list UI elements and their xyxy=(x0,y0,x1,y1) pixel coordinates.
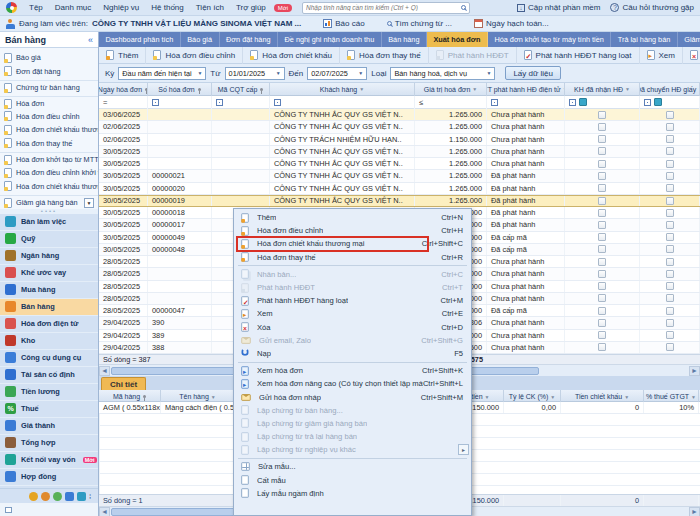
converted-paper-checkbox[interactable] xyxy=(666,270,674,278)
tab[interactable]: Xuất hóa đơn xyxy=(427,32,488,47)
tab[interactable]: Đơn đặt hàng xyxy=(220,32,279,47)
table-row[interactable]: 03/06/2025 CÔNG TY TNHH ẮC QUY GS VIỆT N… xyxy=(99,109,700,121)
sidebar-module[interactable]: Quỹ xyxy=(0,231,98,248)
column-header[interactable]: Khách hàng▼ xyxy=(270,83,415,96)
table-row[interactable]: 02/06/2025 CÔNG TY TRÁCH NHIỆM HỮU HẠN..… xyxy=(99,134,700,146)
tab[interactable]: Báo giá xyxy=(181,32,220,47)
context-menu-item[interactable]: Lập chứng từ bán hàng... xyxy=(234,404,471,417)
filter-icon[interactable]: ▼ xyxy=(624,394,629,400)
table-row[interactable]: 30/05/2025 CÔNG TY TNHH ẮC QUY GS VIỆT N… xyxy=(99,146,700,158)
filter-icon[interactable]: ▼ xyxy=(550,394,555,400)
kh-received-checkbox[interactable] xyxy=(598,233,606,241)
menubar-item[interactable]: Hệ thống xyxy=(145,3,189,12)
filter-icon[interactable]: ▼ xyxy=(625,86,630,92)
collapse-sidebar-icon[interactable]: « xyxy=(88,35,93,45)
scroll-right-icon[interactable]: ► xyxy=(689,366,700,376)
sidebar-module[interactable]: Hợp đồng xyxy=(0,469,98,486)
column-header[interactable]: Ngày hóa đơn xyxy=(99,83,148,96)
context-menu-item[interactable]: Gửi email, Zalo Ctrl+Shift+G xyxy=(234,334,471,347)
from-date-input[interactable]: 01/01/2025▼ xyxy=(225,67,285,80)
context-menu-item[interactable]: Lập chứng từ trả lại hàng bán xyxy=(234,430,471,443)
toolbar-button[interactable]: Thêm xyxy=(99,47,146,64)
sidebar-module[interactable]: Công cụ dụng cụ xyxy=(0,350,98,367)
sidebar-footer-icon[interactable] xyxy=(65,492,74,501)
toolbar-button[interactable]: Phát hành HĐĐT xyxy=(429,47,517,64)
converted-paper-checkbox[interactable] xyxy=(666,245,674,253)
context-menu-item[interactable]: Hóa đơn điều chỉnh Ctrl+H xyxy=(234,224,471,237)
filter-icon[interactable]: ▼ xyxy=(472,86,477,92)
kh-received-checkbox[interactable] xyxy=(598,331,606,339)
converted-paper-checkbox[interactable] xyxy=(666,172,674,180)
menubar-item[interactable]: Tiện ích xyxy=(190,3,230,12)
scroll-left-icon[interactable]: ◄ xyxy=(99,507,110,516)
global-search[interactable] xyxy=(302,2,470,14)
context-menu-item[interactable]: Cất mẫu xyxy=(234,474,471,487)
sidebar-module[interactable]: Mua hàng xyxy=(0,282,98,299)
sidebar-item[interactable]: Chứng từ bán hàng ▼ xyxy=(0,80,98,94)
kh-received-checkbox[interactable] xyxy=(598,184,606,192)
sidebar-footer-icon[interactable]: ⁞ xyxy=(89,492,94,501)
kh-received-checkbox[interactable] xyxy=(598,160,606,168)
converted-paper-checkbox[interactable] xyxy=(666,221,674,229)
sidebar-footer-icon[interactable] xyxy=(77,492,86,501)
menubar-item[interactable]: Trợ giúp xyxy=(230,3,272,12)
sidebar-module[interactable]: Giá thành xyxy=(0,418,98,435)
sidebar-item[interactable]: Đơn đặt hàng ▼ xyxy=(0,65,98,79)
tab[interactable]: Hóa đơn khởi tạo từ máy tính tiền xyxy=(488,32,611,47)
converted-paper-checkbox[interactable] xyxy=(666,147,674,155)
scroll-right-icon[interactable]: ► xyxy=(689,507,700,516)
filter-box-icon[interactable] xyxy=(644,99,651,106)
date-filter[interactable]: = xyxy=(99,96,148,109)
window-icon[interactable] xyxy=(5,507,12,513)
converted-paper-checkbox[interactable] xyxy=(666,209,674,217)
converted-paper-checkbox[interactable] xyxy=(666,307,674,315)
received-filter[interactable] xyxy=(565,96,640,109)
kh-received-checkbox[interactable] xyxy=(598,258,606,266)
kh-received-checkbox[interactable] xyxy=(598,123,606,131)
converted-paper-checkbox[interactable] xyxy=(666,343,674,351)
toolbar-button[interactable]: Hóa đơn thay thế xyxy=(340,47,429,64)
sidebar-footer-icon[interactable] xyxy=(29,492,38,501)
context-menu-item[interactable]: Phát hành HĐĐT hàng loạt Ctrl+M xyxy=(234,294,471,307)
sidebar-item[interactable]: Giảm giá hàng bán ▼ xyxy=(0,195,98,209)
sidebar-module[interactable]: Tổng hợp xyxy=(0,435,98,452)
kh-received-checkbox[interactable] xyxy=(598,147,606,155)
column-header[interactable]: TT phát hành HĐ điện tử▼ xyxy=(487,83,565,96)
sidebar-module[interactable]: Kết nối vay vốn Mới xyxy=(0,452,98,469)
search-icon[interactable] xyxy=(461,5,466,10)
sidebar-item[interactable]: Hóa đơn thay thế ▼ xyxy=(0,137,98,151)
filter-icon[interactable]: ▼ xyxy=(211,394,216,400)
filter-box-icon[interactable] xyxy=(152,99,159,106)
context-menu-item[interactable]: Lập chứng từ nghiệp vụ khác ▸ xyxy=(234,443,471,456)
filter-box-icon[interactable] xyxy=(274,99,281,106)
sidebar-item[interactable]: Hóa đơn ▼ xyxy=(0,96,98,110)
toolbar-button[interactable]: Xóa xyxy=(683,47,700,64)
converted-filter[interactable] xyxy=(640,96,700,109)
kh-received-checkbox[interactable] xyxy=(598,135,606,143)
kh-received-checkbox[interactable] xyxy=(598,343,606,351)
update-software-link[interactable]: ↓ Cập nhật phần mềm xyxy=(517,3,601,12)
column-header[interactable]: KH đã nhận HĐ▼ xyxy=(565,83,640,96)
context-menu-item[interactable]: Xem hóa đơn nâng cao (Có tùy chọn thiết … xyxy=(234,377,471,390)
posting-date-link[interactable]: Ngày hạch toán... xyxy=(474,19,549,28)
sidebar-footer-icon[interactable] xyxy=(53,492,62,501)
kh-received-checkbox[interactable] xyxy=(598,319,606,327)
context-menu-item[interactable]: Lập chứng từ giảm giá hàng bán xyxy=(234,417,471,430)
filter-icon[interactable]: ▼ xyxy=(691,394,696,400)
converted-paper-checkbox[interactable] xyxy=(666,160,674,168)
kh-received-checkbox[interactable] xyxy=(598,221,606,229)
get-data-button[interactable]: Lấy dữ liệu xyxy=(505,66,561,80)
column-header[interactable]: Giá trị hoá đơn▼ xyxy=(415,83,487,96)
kh-received-checkbox[interactable] xyxy=(598,294,606,302)
filter-box-icon[interactable] xyxy=(569,99,576,106)
report-link[interactable]: Báo cáo xyxy=(323,19,364,28)
period-select[interactable]: Đầu năm đến hiện tại▼ xyxy=(118,67,206,80)
column-header[interactable]: Số hóa đơn xyxy=(148,83,212,96)
context-menu-item[interactable]: Hóa đơn chiết khấu thương mại Ctrl+Shift… xyxy=(234,237,471,250)
sidebar-footer-icon[interactable] xyxy=(41,492,50,501)
kh-received-checkbox[interactable] xyxy=(598,172,606,180)
table-row[interactable]: 30/05/2025 00000019 CÔNG TY TNHH ẮC QUY … xyxy=(99,195,700,207)
converted-paper-checkbox[interactable] xyxy=(666,282,674,290)
sidebar-item[interactable]: Hóa đơn điều chỉnh khởi tạo.. ▼ xyxy=(0,166,98,180)
sidebar-module[interactable]: Ngân hàng xyxy=(0,248,98,265)
